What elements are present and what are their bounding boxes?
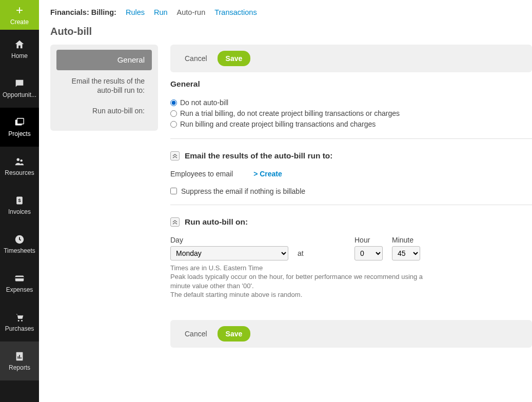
breadcrumb-rules[interactable]: Rules bbox=[126, 8, 145, 16]
email-title-text: Email the results of the auto-bill run t… bbox=[185, 151, 332, 160]
breadcrumb-bar: Financials: Billing: Rules Run Auto-run … bbox=[39, 0, 532, 45]
breadcrumb: Financials: Billing: Rules Run Auto-run … bbox=[50, 8, 521, 16]
report-icon bbox=[14, 351, 25, 362]
sidebar-item-timesheets[interactable]: Timesheets bbox=[0, 225, 39, 264]
button-bar-bottom: Cancel Save bbox=[170, 320, 532, 348]
save-button[interactable]: Save bbox=[218, 51, 251, 66]
collapse-icon[interactable] bbox=[170, 151, 180, 160]
divider bbox=[170, 205, 532, 205]
credit-card-icon bbox=[14, 273, 25, 284]
breadcrumb-autorun: Auto-run bbox=[177, 8, 206, 16]
radio-run-billing[interactable] bbox=[170, 121, 177, 128]
hour-select[interactable]: 0 bbox=[354, 246, 383, 260]
sidebar-item-purchases[interactable]: Purchases bbox=[0, 303, 39, 341]
clock-icon bbox=[14, 234, 25, 245]
svg-point-9 bbox=[18, 320, 19, 321]
cancel-button[interactable]: Cancel bbox=[185, 330, 207, 338]
create-employee-link[interactable]: > Create bbox=[253, 170, 282, 178]
sidebar-invoices-label: Invoices bbox=[8, 208, 31, 215]
plus-icon: + bbox=[16, 4, 23, 16]
section-general-title: General bbox=[170, 79, 532, 89]
svg-point-2 bbox=[17, 158, 20, 162]
help-line-2: Peak loads typically occur on the hour, … bbox=[170, 272, 427, 290]
employees-to-email-row: Employees to email > Create bbox=[170, 170, 532, 178]
chevron-double-up-icon bbox=[172, 153, 178, 158]
sidebar-reports-label: Reports bbox=[9, 364, 30, 371]
day-label: Day bbox=[170, 236, 288, 244]
people-icon bbox=[14, 156, 25, 167]
schedule-title-text: Run auto-bill on: bbox=[185, 217, 248, 227]
radio-trial-billing[interactable] bbox=[170, 110, 177, 117]
invoice-icon: $ bbox=[14, 195, 25, 206]
at-label: at bbox=[298, 249, 304, 260]
sidebar: + Create Home Opportunit... Projects Res… bbox=[0, 0, 39, 402]
svg-rect-8 bbox=[15, 277, 24, 278]
help-line-3: The default starting minute above is ran… bbox=[170, 290, 427, 299]
sidebar-resources-label: Resources bbox=[5, 169, 34, 176]
page-title: Auto-bill bbox=[50, 26, 521, 37]
hour-label: Hour bbox=[354, 236, 383, 244]
sidebar-item-home[interactable]: Home bbox=[0, 30, 39, 69]
day-select[interactable]: Monday bbox=[170, 246, 288, 260]
main: Financials: Billing: Rules Run Auto-run … bbox=[39, 0, 532, 402]
mini-nav-schedule[interactable]: Run auto-bill on: bbox=[56, 101, 152, 120]
divider bbox=[170, 138, 532, 139]
sidebar-projects-label: Projects bbox=[8, 130, 30, 137]
button-bar-top: Cancel Save bbox=[170, 45, 532, 72]
svg-rect-13 bbox=[19, 355, 20, 358]
radio-run-billing-label: Run billing and create project billing t… bbox=[180, 119, 376, 129]
chat-icon bbox=[14, 78, 25, 89]
svg-rect-14 bbox=[21, 357, 22, 359]
minute-label: Minute bbox=[392, 236, 420, 244]
svg-rect-12 bbox=[17, 356, 18, 359]
employees-label: Employees to email bbox=[170, 170, 233, 178]
sidebar-purchases-label: Purchases bbox=[5, 325, 34, 332]
breadcrumb-run[interactable]: Run bbox=[154, 8, 168, 16]
breadcrumb-label: Financials: Billing: bbox=[50, 8, 116, 16]
form-area: Cancel Save General Do not auto-bill Run… bbox=[170, 45, 532, 402]
svg-point-3 bbox=[20, 159, 22, 162]
collapse-icon[interactable] bbox=[170, 217, 180, 227]
autobill-radio-group: Do not auto-bill Run a trial billing, do… bbox=[170, 98, 532, 129]
sidebar-create-button[interactable]: + Create bbox=[0, 0, 39, 30]
chevron-double-up-icon bbox=[172, 219, 178, 225]
suppress-email-row: Suppress the email if nothing is billabl… bbox=[170, 187, 532, 195]
projects-icon bbox=[14, 117, 25, 128]
breadcrumb-transactions[interactable]: Transactions bbox=[214, 8, 257, 16]
cart-icon bbox=[14, 312, 25, 323]
suppress-email-label: Suppress the email if nothing is billabl… bbox=[181, 187, 305, 195]
section-schedule-title: Run auto-bill on: bbox=[170, 217, 532, 227]
sidebar-create-label: Create bbox=[10, 18, 29, 26]
mini-nav-general[interactable]: General bbox=[56, 50, 152, 70]
help-line-1: Times are in U.S. Eastern Time bbox=[170, 264, 427, 273]
suppress-email-checkbox[interactable] bbox=[170, 188, 177, 194]
minute-select[interactable]: 45 bbox=[392, 246, 420, 260]
sidebar-home-label: Home bbox=[11, 52, 28, 59]
save-button[interactable]: Save bbox=[218, 326, 251, 341]
sidebar-item-expenses[interactable]: Expenses bbox=[0, 264, 39, 303]
sidebar-item-invoices[interactable]: $ Invoices bbox=[0, 186, 39, 225]
svg-text:$: $ bbox=[18, 198, 21, 203]
sidebar-item-resources[interactable]: Resources bbox=[0, 147, 39, 186]
svg-point-10 bbox=[21, 320, 23, 321]
mini-nav: General Email the results of the auto-bi… bbox=[50, 45, 158, 131]
sidebar-item-reports[interactable]: Reports bbox=[0, 341, 39, 380]
radio-do-not-autobill-label: Do not auto-bill bbox=[180, 98, 228, 108]
sidebar-opportunities-label: Opportunit... bbox=[3, 91, 36, 98]
mini-nav-email[interactable]: Email the results of the auto-bill run t… bbox=[56, 71, 152, 100]
radio-do-not-autobill[interactable] bbox=[170, 99, 177, 106]
content: General Email the results of the auto-bi… bbox=[39, 45, 532, 402]
sidebar-expenses-label: Expenses bbox=[6, 286, 33, 293]
cancel-button[interactable]: Cancel bbox=[185, 54, 207, 63]
sidebar-item-projects[interactable]: Projects bbox=[0, 108, 39, 147]
sidebar-timesheets-label: Timesheets bbox=[4, 247, 35, 254]
sidebar-item-opportunities[interactable]: Opportunit... bbox=[0, 69, 39, 108]
general-title-text: General bbox=[170, 79, 200, 89]
svg-rect-1 bbox=[17, 118, 24, 124]
section-email-title: Email the results of the auto-bill run t… bbox=[170, 151, 532, 160]
schedule-help: Times are in U.S. Eastern Time Peak load… bbox=[170, 264, 427, 299]
radio-trial-billing-label: Run a trial billing, do not create proje… bbox=[180, 109, 400, 118]
schedule-row: Day Monday at Hour 0 Minute 45 bbox=[170, 236, 532, 260]
home-icon bbox=[14, 39, 25, 50]
